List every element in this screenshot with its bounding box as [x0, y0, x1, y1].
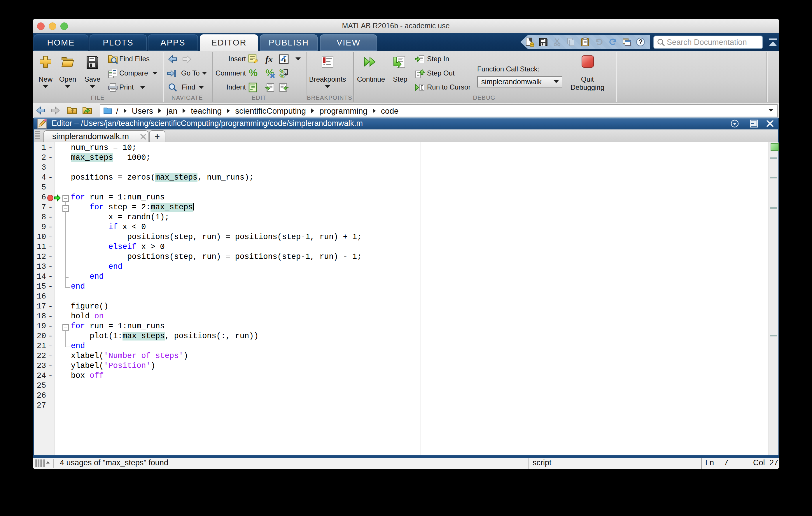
svg-text:fi: fi — [284, 58, 286, 63]
svg-text:?: ? — [639, 38, 643, 46]
svg-text:fx: fx — [265, 54, 273, 64]
